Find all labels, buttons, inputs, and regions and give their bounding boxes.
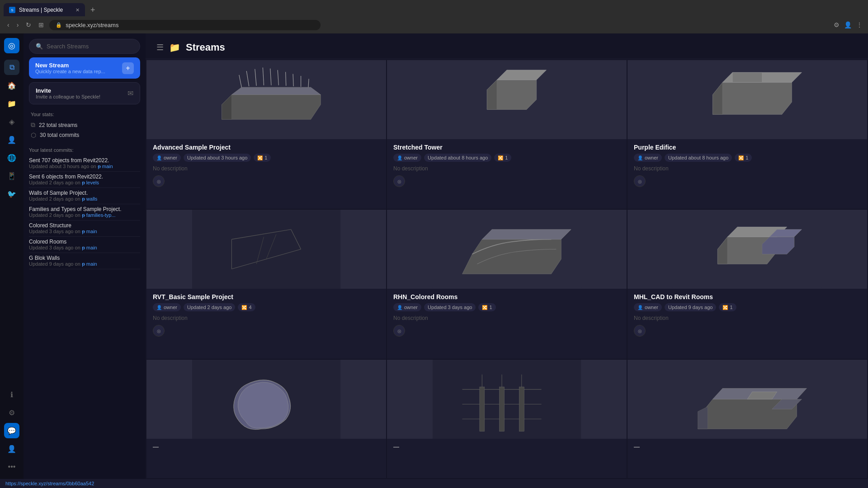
search-streams-box[interactable]: 🔍 Search Streams	[29, 39, 140, 54]
tab-close-btn[interactable]: ✕	[75, 7, 80, 13]
status-url: https://speckle.xyz/streams/0bb60aa542	[5, 481, 94, 486]
stream-card-8[interactable]: —	[627, 360, 867, 478]
stream-name-8: —	[634, 443, 861, 450]
total-commits-value: 30 total commits	[40, 132, 79, 138]
commits-label: Your latest commits:	[29, 147, 140, 153]
profile-icon[interactable]: 👤	[844, 21, 852, 28]
extensions-icon[interactable]: ⚙	[834, 21, 840, 28]
owner-badge-5: 👤 owner	[634, 303, 662, 311]
sidebar-item-globe[interactable]: 🌐	[4, 150, 19, 165]
stream-thumb-4	[387, 210, 627, 289]
search-placeholder: Search Streams	[47, 43, 89, 50]
owner-badge-0: 👤 owner	[153, 154, 181, 162]
stream-info-0: Advanced Sample Project 👤 owner Updated …	[146, 139, 386, 209]
sidebar-item-home[interactable]: 🏠	[4, 78, 19, 93]
sidebar-item-settings2[interactable]: ◈	[4, 114, 19, 129]
stream-card-4[interactable]: RHN_Colored Rooms 👤 owner Updated 3 days…	[387, 210, 627, 358]
stream-desc-3: No description	[153, 315, 380, 321]
stream-badges-0: 👤 owner Updated about 3 hours ago 🔀 1	[153, 154, 380, 162]
stream-card-6[interactable]: —	[146, 360, 386, 478]
commit-item-0[interactable]: Sent 707 objects from Revit2022. Updated…	[29, 155, 140, 172]
reload-btn[interactable]: ↻	[24, 19, 33, 30]
sidebar-item-user2[interactable]: 👤	[4, 441, 19, 456]
stream-name-2: Purple Edifice	[634, 144, 861, 151]
hamburger-icon[interactable]: ☰	[156, 42, 164, 52]
commit-item-1[interactable]: Sent 6 objects from Revit2022. Updated 2…	[29, 172, 140, 188]
stream-avatar-3: ◎	[153, 325, 165, 337]
stream-name-5: MHL_CAD to Revit Rooms	[634, 293, 861, 300]
svg-marker-22	[732, 72, 762, 82]
updated-badge-1: Updated about 8 hours ago	[424, 154, 491, 162]
updated-badge-2: Updated about 8 hours ago	[665, 154, 732, 162]
new-stream-button[interactable]: New Stream Quickly create a new data rep…	[29, 57, 140, 79]
stream-name-7: —	[393, 443, 620, 450]
commit-item-5[interactable]: Colored Rooms Updated 3 days ago on ᵽ ma…	[29, 237, 140, 253]
total-commits-stat: ⬡ 30 total commits	[31, 130, 138, 140]
stream-thumb-1	[387, 60, 627, 139]
total-streams-value: 22 total streams	[39, 122, 77, 128]
commit-sub-5: Updated 3 days ago on ᵽ main	[29, 245, 140, 251]
main-header: ☰ 📁 Streams	[146, 33, 868, 59]
total-streams-stat: ⧉ 22 total streams	[31, 120, 138, 130]
sidebar-item-streams[interactable]: ⧉	[4, 60, 19, 75]
stream-card-5[interactable]: MHL_CAD to Revit Rooms 👤 owner Updated 9…	[627, 210, 867, 358]
forward-btn[interactable]: ›	[15, 19, 21, 30]
updated-badge-0: Updated about 3 hours ago	[184, 154, 251, 162]
commit-title-3: Families and Types of Sample Project.	[29, 206, 140, 212]
app-logo[interactable]: ◎	[4, 38, 19, 53]
tab-bar: S Streams | Speckle ✕ +	[0, 0, 868, 16]
sidebar-item-info[interactable]: ℹ	[4, 387, 19, 402]
stream-badges-5: 👤 owner Updated 9 days ago 🔀 1	[634, 303, 861, 311]
stream-card-7[interactable]: —	[387, 360, 627, 478]
main-content: ☰ 📁 Streams	[146, 33, 868, 479]
stream-info-7: —	[387, 439, 627, 478]
sidebar-item-more[interactable]: •••	[4, 459, 19, 474]
commit-sub-3: Updated 2 days ago on ᵽ families-typ...	[29, 212, 140, 218]
browser-chrome: S Streams | Speckle ✕ + ‹ › ↻ ⊞ 🔒 speckl…	[0, 0, 868, 33]
more-icon[interactable]: ⋮	[856, 21, 863, 28]
new-tab-btn[interactable]: +	[87, 5, 99, 15]
sidebar-item-folder[interactable]: 📁	[4, 96, 19, 111]
stream-avatar-2: ◎	[634, 175, 646, 187]
page-title: Streams	[186, 42, 225, 53]
invite-button[interactable]: Invite Invite a colleague to Speckle! ✉	[29, 82, 140, 104]
commit-sub-2: Updated 2 days ago on ᵽ walls	[29, 196, 140, 202]
collab-badge-1: 🔀 1	[494, 154, 511, 162]
active-tab[interactable]: S Streams | Speckle ✕	[4, 3, 85, 17]
chat-button[interactable]: 💬	[4, 423, 19, 438]
svg-rect-49	[519, 387, 524, 431]
tab-title: Streams | Speckle	[19, 7, 63, 13]
folder-icon: 📁	[169, 42, 180, 53]
commits-section: Your latest commits: Sent 707 objects fr…	[29, 147, 140, 474]
stream-card-2[interactable]: Purple Edifice 👤 owner Updated about 8 h…	[627, 60, 867, 209]
sidebar-item-whatsapp[interactable]: 📱	[4, 168, 19, 183]
sidebar-item-person[interactable]: 👤	[4, 132, 19, 147]
stream-card-3[interactable]: RVT_Basic Sample Project 👤 owner Updated…	[146, 210, 386, 358]
commit-item-6[interactable]: G Blok Walls Updated 9 days ago on ᵽ mai…	[29, 253, 140, 269]
invite-subtitle: Invite a colleague to Speckle!	[36, 94, 100, 99]
stats-label: Your stats:	[31, 112, 138, 117]
address-bar[interactable]: 🔒 speckle.xyz/streams	[49, 20, 321, 30]
model-svg-3	[146, 210, 386, 289]
stream-card-0[interactable]: Advanced Sample Project 👤 owner Updated …	[146, 60, 386, 209]
stream-info-4: RHN_Colored Rooms 👤 owner Updated 3 days…	[387, 289, 627, 358]
stream-name-4: RHN_Colored Rooms	[393, 293, 620, 300]
commit-item-2[interactable]: Walls of Sample Project. Updated 2 days …	[29, 188, 140, 204]
url-text: speckle.xyz/streams	[66, 22, 118, 28]
home-btn[interactable]: ⊞	[37, 19, 46, 30]
email-icon: ✉	[127, 89, 133, 98]
back-btn[interactable]: ‹	[5, 19, 11, 30]
stream-avatar-0: ◎	[153, 175, 165, 187]
owner-icon-0: 👤	[156, 155, 162, 160]
commit-title-1: Sent 6 objects from Revit2022.	[29, 174, 140, 180]
commit-item-4[interactable]: Colored Structure Updated 3 days ago on …	[29, 221, 140, 237]
sidebar-item-twitter[interactable]: 🐦	[4, 186, 19, 202]
stream-desc-4: No description	[393, 315, 620, 321]
stream-card-1[interactable]: Stretched Tower 👤 owner Updated about 8 …	[387, 60, 627, 209]
invite-title: Invite	[36, 87, 100, 94]
commit-title-0: Sent 707 objects from Revit2022.	[29, 157, 140, 164]
sidebar-item-gear[interactable]: ⚙	[4, 405, 19, 420]
commit-item-3[interactable]: Families and Types of Sample Project. Up…	[29, 204, 140, 221]
stream-info-2: Purple Edifice 👤 owner Updated about 8 h…	[627, 139, 867, 209]
svg-rect-40	[433, 360, 581, 439]
